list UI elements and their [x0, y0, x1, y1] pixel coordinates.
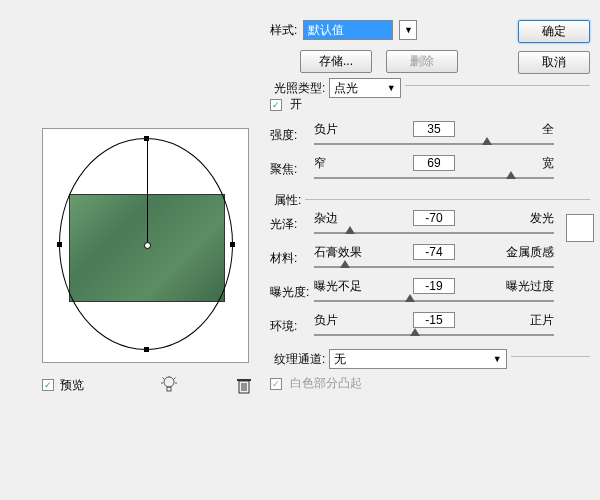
focus-slider[interactable] — [314, 173, 554, 183]
texture-value: 无 — [334, 351, 346, 368]
ellipse-handle-left[interactable] — [57, 242, 62, 247]
ambience-value[interactable]: -15 — [413, 312, 455, 328]
save-button[interactable]: 存储... — [300, 50, 372, 73]
gloss-slider[interactable] — [314, 228, 554, 238]
white-high-checkbox: ✓ — [270, 378, 282, 390]
light-radius-line — [147, 139, 148, 245]
texture-channel-select[interactable]: 无▼ — [329, 349, 507, 369]
ambience-thumb[interactable] — [410, 328, 420, 336]
exposure-label: 曝光度: — [270, 284, 314, 301]
trash-icon[interactable] — [237, 378, 251, 394]
lightbulb-icon[interactable] — [161, 376, 177, 394]
white-high-label: 白色部分凸起 — [290, 375, 362, 392]
cancel-button[interactable]: 取消 — [518, 51, 590, 74]
exposure-value[interactable]: -19 — [413, 278, 455, 294]
light-type-group-label: 光照类型: 点光▼ — [270, 78, 405, 98]
intensity-slider[interactable] — [314, 139, 554, 149]
material-slider[interactable] — [314, 262, 554, 272]
ok-button[interactable]: 确定 — [518, 20, 590, 43]
gloss-thumb[interactable] — [345, 226, 355, 234]
light-type-value: 点光 — [334, 80, 358, 97]
light-on-checkbox[interactable]: ✓ — [270, 99, 282, 111]
chevron-down-icon: ▼ — [404, 25, 413, 35]
ellipse-handle-top[interactable] — [144, 136, 149, 141]
material-value[interactable]: -74 — [413, 244, 455, 260]
focus-min: 窄 — [314, 155, 326, 172]
material-label: 材料: — [270, 250, 314, 267]
style-select[interactable]: 默认值 — [303, 20, 393, 40]
light-type-label-text: 光照类型: — [274, 81, 325, 95]
material-thumb[interactable] — [340, 260, 350, 268]
ellipse-handle-right[interactable] — [230, 242, 235, 247]
intensity-thumb[interactable] — [482, 137, 492, 145]
focus-value[interactable]: 69 — [413, 155, 455, 171]
chevron-down-icon: ▼ — [493, 354, 502, 364]
gloss-value[interactable]: -70 — [413, 210, 455, 226]
intensity-value[interactable]: 35 — [413, 121, 455, 137]
material-min: 石膏效果 — [314, 244, 362, 261]
gloss-label: 光泽: — [270, 216, 314, 233]
exposure-max: 曝光过度 — [506, 278, 554, 295]
exposure-min: 曝光不足 — [314, 278, 362, 295]
intensity-min: 负片 — [314, 121, 338, 138]
ellipse-handle-bottom[interactable] — [144, 347, 149, 352]
light-type-select[interactable]: 点光▼ — [329, 78, 401, 98]
focus-label: 聚焦: — [270, 161, 314, 178]
exposure-thumb[interactable] — [405, 294, 415, 302]
ambience-min: 负片 — [314, 312, 338, 329]
light-on-label: 开 — [290, 96, 302, 113]
style-dropdown-button[interactable]: ▼ — [399, 20, 417, 40]
texture-label-text: 纹理通道: — [274, 352, 325, 366]
ambience-max: 正片 — [530, 312, 554, 329]
intensity-max: 全 — [542, 121, 554, 138]
ambience-slider[interactable] — [314, 330, 554, 340]
gloss-max: 发光 — [530, 210, 554, 227]
properties-group-label: 属性: — [270, 192, 305, 209]
preview-canvas[interactable] — [42, 128, 249, 363]
preview-checkbox[interactable]: ✓ — [42, 379, 54, 391]
texture-group-label: 纹理通道: 无▼ — [270, 349, 511, 369]
focus-thumb[interactable] — [506, 171, 516, 179]
delete-button: 删除 — [386, 50, 458, 73]
intensity-label: 强度: — [270, 127, 314, 144]
focus-max: 宽 — [542, 155, 554, 172]
exposure-slider[interactable] — [314, 296, 554, 306]
ambience-label: 环境: — [270, 318, 314, 335]
chevron-down-icon: ▼ — [387, 83, 396, 93]
svg-rect-1 — [167, 387, 171, 391]
preview-label: 预览 — [60, 377, 84, 394]
svg-rect-3 — [237, 379, 251, 381]
svg-point-0 — [164, 377, 174, 387]
light-center-handle[interactable] — [144, 242, 151, 249]
gloss-min: 杂边 — [314, 210, 338, 227]
style-label: 样式: — [270, 22, 297, 39]
material-max: 金属质感 — [506, 244, 554, 261]
